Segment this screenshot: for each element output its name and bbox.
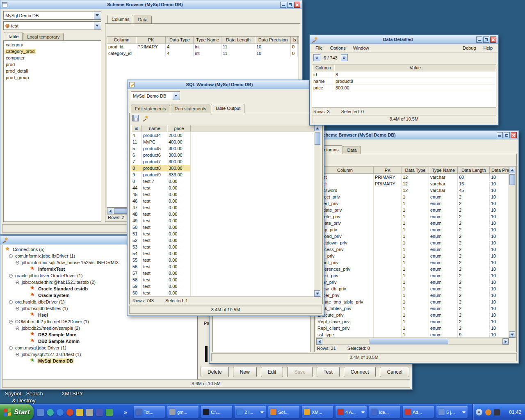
table-row[interactable]: 50 test 0.00 <box>131 224 321 231</box>
quicklaunch-media-icon[interactable] <box>76 409 83 416</box>
table-row[interactable]: ssl_type 1 enum 9 10 <box>316 331 516 338</box>
table-row[interactable]: 45 test 0.00 <box>131 191 321 198</box>
taskbar-window-button[interactable]: Sof... <box>268 406 299 418</box>
menu-item[interactable]: Options <box>326 45 349 51</box>
column-header[interactable]: price <box>167 125 191 132</box>
table-row[interactable]: 54 test 0.00 <box>131 250 321 257</box>
quicklaunch-opera-icon[interactable] <box>66 409 73 416</box>
maximize-button[interactable] <box>504 132 510 138</box>
table-row[interactable]: 8 product8 300.00 <box>131 165 321 171</box>
quick-launch-overflow-chevron[interactable]: » <box>124 409 127 415</box>
tray-dark-app-icon[interactable] <box>494 409 500 415</box>
table-row[interactable]: Reload_priv 1 enum 2 10 <box>316 233 516 240</box>
minimize-button[interactable] <box>280 2 286 8</box>
table-row[interactable]: File_priv 1 enum 2 10 <box>316 253 516 259</box>
table-row[interactable]: Host PRIMARY 12 varchar 60 10 <box>316 174 516 180</box>
tab[interactable]: Local temporary <box>23 33 64 41</box>
list-item[interactable]: computer <box>4 55 101 61</box>
table-row[interactable]: Index_priv 1 enum 2 10 <box>316 272 516 279</box>
maximize-button[interactable] <box>483 37 489 43</box>
taskbar-window-button[interactable]: gm... <box>167 406 199 418</box>
column-header[interactable]: Data Type <box>402 167 429 173</box>
scroll-left-button[interactable] <box>107 208 113 214</box>
connection-action-button[interactable]: Edit <box>261 367 283 377</box>
connection-action-button[interactable]: Delete <box>201 367 229 377</box>
table-row[interactable]: Repl_client_priv 1 enum 2 10 <box>316 325 516 331</box>
tree-node[interactable]: jdbc:db2://medion/sample (2) <box>2 325 197 331</box>
column-header[interactable]: PK <box>136 37 166 43</box>
table-row[interactable]: Create_tmp_table_priv 1 enum 2 10 <box>316 299 516 305</box>
chevron-down-icon[interactable] <box>94 22 101 30</box>
column-header[interactable]: PK <box>374 167 402 173</box>
table-row[interactable]: price 300.00 <box>312 84 496 91</box>
table-row[interactable]: 59 test 0.00 <box>131 283 321 290</box>
column-header[interactable]: Data Length <box>458 167 490 173</box>
tree-node[interactable]: MySql Demo DB <box>2 358 197 364</box>
connection-action-button[interactable]: Connect <box>344 367 376 377</box>
tables-list[interactable]: categorycategory_prodcomputerprodprod_de… <box>3 40 101 222</box>
tab[interactable]: Table <box>4 32 23 41</box>
list-item[interactable]: prod <box>4 61 101 68</box>
scroll-right-button[interactable] <box>502 338 509 345</box>
window-titlebar[interactable]: Scheme Browser (MySql Demo DB) <box>0 0 302 9</box>
table-row[interactable]: 47 test 0.00 <box>131 204 321 211</box>
column-header[interactable]: Type Name <box>429 167 458 173</box>
connection-select[interactable]: MySql Demo DB <box>131 91 180 100</box>
menu-item[interactable]: Window <box>349 45 373 51</box>
quicklaunch-green-app-icon[interactable] <box>106 409 113 416</box>
table-row[interactable]: Grant_priv 1 enum 2 10 <box>316 259 516 266</box>
quicklaunch-app-icon[interactable] <box>86 409 93 416</box>
column-header[interactable]: Data Precision <box>490 167 509 173</box>
column-header[interactable]: name <box>142 125 167 132</box>
table-row[interactable]: 48 test 0.00 <box>131 211 321 217</box>
close-button[interactable] <box>511 132 517 138</box>
column-header[interactable]: Column <box>312 64 334 71</box>
column-header[interactable]: Type Name <box>194 37 221 43</box>
tree-node[interactable]: COM.ibm.db2.jdbc.net.DB2Driver (1) <box>2 318 197 325</box>
column-header[interactable]: Value <box>334 64 496 71</box>
table-row[interactable]: id 8 <box>312 71 496 78</box>
quicklaunch-disk-icon[interactable] <box>96 409 103 416</box>
table-row[interactable]: Alter_priv 1 enum 2 10 <box>316 279 516 285</box>
close-button[interactable] <box>490 37 496 43</box>
scroll-down-button[interactable] <box>509 331 515 338</box>
desktop-icon-label-spybot[interactable]: Spybot - Search & Destroy <box>0 390 48 404</box>
table-row[interactable]: Shutdown_priv 1 enum 2 10 <box>316 240 516 246</box>
chevron-down-icon[interactable] <box>173 92 180 100</box>
tab[interactable]: Columns <box>107 15 133 24</box>
tab[interactable]: Data <box>134 16 151 24</box>
table-row[interactable]: References_priv 1 enum 2 10 <box>316 266 516 272</box>
scroll-up-button[interactable] <box>509 167 515 173</box>
list-item[interactable]: category_prod <box>4 48 101 55</box>
table-row[interactable]: 60 test 0.00 <box>131 290 321 296</box>
table-row[interactable]: 53 test 0.00 <box>131 244 321 250</box>
table-row[interactable]: 0 test 7 0.00 <box>131 178 321 185</box>
list-item[interactable]: category <box>4 41 101 48</box>
table-row[interactable]: 4 product4 200.00 <box>131 132 321 139</box>
table-row[interactable]: 57 test 0.00 <box>131 270 321 276</box>
connection-action-button[interactable]: Test <box>317 367 340 377</box>
table-row[interactable]: Update_priv 1 enum 2 10 <box>316 207 516 213</box>
tree-node[interactable]: DB2 Sample Admin <box>2 338 197 345</box>
start-button[interactable]: Start <box>0 404 34 420</box>
previous-record-icon[interactable]: « <box>313 54 320 61</box>
table-row[interactable]: 56 test 0.00 <box>131 263 321 270</box>
table-row[interactable]: 46 test 0.00 <box>131 198 321 204</box>
table-row[interactable]: 49 test 0.00 <box>131 217 321 224</box>
connection-action-button[interactable]: New <box>233 367 257 377</box>
table-row[interactable]: Delete_priv 1 enum 2 10 <box>316 213 516 220</box>
table-row[interactable]: Execute_priv 1 enum 2 10 <box>316 312 516 318</box>
vertical-scrollbar[interactable] <box>509 167 516 338</box>
scrollbar-thumb[interactable] <box>370 339 448 344</box>
taskbar-window-button[interactable]: 2 I... <box>235 406 266 418</box>
table-row[interactable]: category_id 4 int 11 10 0 <box>107 50 299 57</box>
window-titlebar[interactable]: SQL Window (MySql Demo DB) <box>128 80 324 89</box>
table-row[interactable]: 58 test 0.00 <box>131 276 321 283</box>
column-header[interactable]: Data Precision <box>255 37 291 43</box>
scroll-up-button[interactable] <box>314 125 320 131</box>
menu-item[interactable]: Help <box>479 45 496 51</box>
connection-select[interactable]: MySql Demo DB <box>3 11 101 20</box>
table-row[interactable]: 11 MyPC 400.00 <box>131 139 321 145</box>
window-titlebar[interactable]: Data Detailled <box>310 35 498 44</box>
table-row[interactable]: 6 product6 300.00 <box>131 152 321 158</box>
